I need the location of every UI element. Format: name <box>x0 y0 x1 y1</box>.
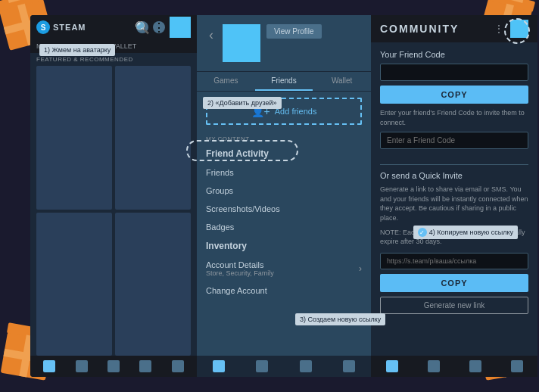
menu-item-account-details[interactable]: Account Details Store, Security, Family … <box>197 256 371 282</box>
profile-tabs: Games Friends Wallet <box>197 72 371 92</box>
steam-logo-icon: S <box>36 20 50 34</box>
view-profile-button[interactable]: View Profile <box>266 24 322 39</box>
cb-icon-tag[interactable] <box>386 360 398 372</box>
bottom-icon-grid[interactable] <box>76 360 88 372</box>
add-friends-dashed <box>186 140 298 161</box>
friend-code-section: Your Friend Code COPY Enter your friend'… <box>380 50 528 157</box>
community-menu-icon[interactable]: ⋮ <box>494 23 504 35</box>
steam-titlebar-icons: 🔍 ⋮ <box>136 17 191 38</box>
bottom-icon-bell[interactable] <box>139 360 151 372</box>
copy-button-2[interactable]: COPY <box>380 274 528 292</box>
friend-code-input[interactable] <box>380 64 528 81</box>
back-button[interactable]: ‹ <box>206 27 217 43</box>
generate-link-button[interactable]: Generate new link <box>380 297 528 314</box>
tab-wallet[interactable]: Wallet <box>313 72 371 91</box>
community-bottom-bar <box>371 356 537 377</box>
friend-code-title: Your Friend Code <box>380 50 528 59</box>
cb-icon-grid[interactable] <box>428 360 440 372</box>
bottom-icon-tag[interactable] <box>43 360 55 372</box>
menu-item-groups[interactable]: Groups <box>197 182 371 200</box>
community-title: COMMUNITY <box>380 23 459 35</box>
menu-item-inventory[interactable]: Inventory <box>197 236 371 256</box>
profile-bottom-bar <box>197 356 371 377</box>
search-icon[interactable]: 🔍 <box>136 21 148 33</box>
link-field[interactable] <box>380 253 528 269</box>
tab-friends[interactable]: Friends <box>255 72 313 91</box>
steam-titlebar: S STEAM 🔍 ⋮ <box>30 15 197 39</box>
callout-3: 3) Создаем новую ссылку <box>295 313 385 325</box>
profile-avatar <box>223 24 260 62</box>
featured-item-4 <box>115 213 191 356</box>
steam-logo-text: STEAM <box>53 23 86 32</box>
quick-invite-title: Or send a Quick Invite <box>380 171 528 180</box>
cb-icon-diamond[interactable] <box>469 360 481 372</box>
featured-grid <box>30 66 197 356</box>
more-icon[interactable]: ⋮ <box>153 21 165 33</box>
community-content: Your Friend Code COPY Enter your friend'… <box>371 42 537 356</box>
bottom-icon-diamond[interactable] <box>107 360 120 372</box>
divider <box>380 164 528 165</box>
pb-icon-bell[interactable] <box>343 360 355 372</box>
quick-invite-desc: Generate a link to share via email or SM… <box>380 185 528 222</box>
tab-games[interactable]: Games <box>197 72 255 91</box>
menu-item-badges[interactable]: Badges <box>197 218 371 236</box>
cb-icon-bell[interactable] <box>511 360 523 372</box>
pb-icon-grid[interactable] <box>256 360 268 372</box>
featured-item-1 <box>36 66 112 210</box>
bottom-icon-menu[interactable] <box>172 360 184 372</box>
menu-item-screenshots[interactable]: Screenshots/Videos <box>197 200 371 218</box>
friend-code-desc: Enter your friend's Friend Code to invit… <box>380 108 528 127</box>
steam-bottom-bar <box>30 356 197 377</box>
featured-item-3 <box>36 213 112 356</box>
arrow-right-icon: › <box>359 263 362 274</box>
check-icon: ✓ <box>418 228 427 237</box>
avatar-dashed-ring <box>504 18 530 44</box>
main-wrapper: S STEAM 🔍 ⋮ МЕНЮ▼ WISHLIST WALLET FEATUR… <box>30 15 509 377</box>
enter-code-input[interactable] <box>380 132 528 149</box>
callout-2: 2) «Добавить друзей» <box>203 97 282 109</box>
steam-window: S STEAM 🔍 ⋮ МЕНЮ▼ WISHLIST WALLET FEATUR… <box>30 15 197 377</box>
menu-item-friends[interactable]: Friends <box>197 163 371 182</box>
user-avatar[interactable] <box>170 17 191 38</box>
menu-item-change-account[interactable]: Change Account <box>197 282 371 300</box>
steam-content: FEATURED & RECOMMENDED <box>30 53 197 356</box>
callout-4: ✓ 4) Копируем новую ссылку <box>413 226 518 239</box>
callout-1: 1) Жмем на аватарку <box>39 44 115 56</box>
pb-icon-diamond[interactable] <box>300 360 312 372</box>
pb-icon-tag[interactable] <box>213 360 225 372</box>
community-panel: COMMUNITY ⋮ Your Friend Code COPY Enter … <box>371 15 537 377</box>
steam-logo: S STEAM <box>36 20 86 34</box>
profile-header: ‹ View Profile <box>197 15 371 72</box>
copy-button-1[interactable]: COPY <box>380 86 528 104</box>
featured-item-2 <box>115 66 191 210</box>
